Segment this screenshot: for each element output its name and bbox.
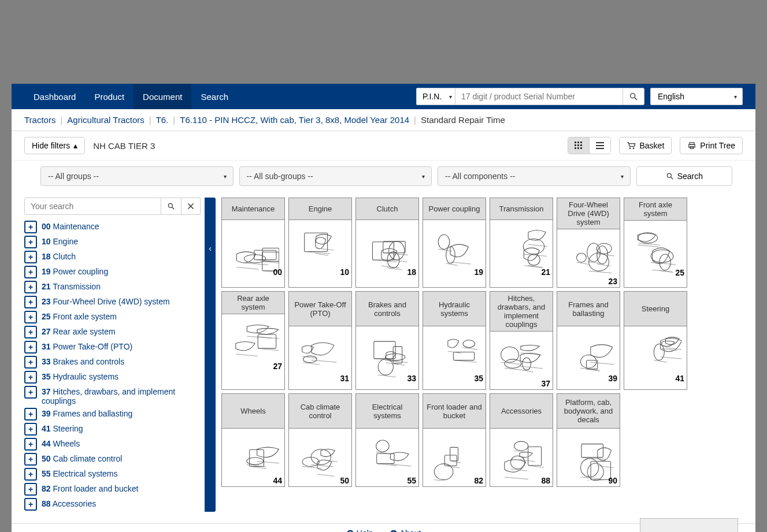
tree-item[interactable]: +44 Wheels [24, 437, 201, 452]
category-card[interactable]: Cab climate control50 [288, 393, 352, 487]
expand-icon[interactable]: + [24, 266, 37, 278]
category-card[interactable]: Platform, cab, bodywork, and decals90 [557, 393, 620, 487]
category-card[interactable]: Hydraulic systems35 [423, 291, 486, 390]
expand-icon[interactable]: + [24, 356, 37, 369]
pin-search-group: P.I.N. [416, 88, 644, 105]
category-card[interactable]: Rear axle system27 [221, 291, 285, 390]
expand-icon[interactable]: + [24, 386, 37, 399]
groups-select[interactable]: -- All groups -- [40, 166, 234, 186]
expand-icon[interactable]: + [24, 371, 37, 384]
tree-item[interactable]: +21 Transmission [24, 280, 201, 295]
category-card[interactable]: Front axle system25 [624, 198, 687, 288]
tree-item[interactable]: +88 Accessories [24, 497, 201, 512]
pin-input[interactable] [455, 88, 623, 105]
grid-view-button[interactable] [568, 137, 590, 154]
tree-item[interactable]: +39 Frames and ballasting [24, 407, 201, 422]
tree-item[interactable]: +41 Steering [24, 422, 201, 437]
tree-item[interactable]: +18 Clutch [24, 250, 201, 265]
sidebar-collapse-handle[interactable]: ‹ [205, 198, 216, 512]
tree-item[interactable]: +27 Rear axle system [24, 325, 201, 340]
subgroups-select[interactable]: -- All sub-groups -- [239, 166, 432, 186]
category-card[interactable]: Front loader and bucket82 [423, 393, 486, 487]
tree-item[interactable]: +25 Front axle system [24, 310, 201, 325]
category-card[interactable]: Power coupling19 [423, 198, 486, 288]
nav-item-search[interactable]: Search [191, 84, 238, 109]
category-card[interactable]: Electrical systems55 [355, 393, 419, 487]
tree-item[interactable]: +50 Cab climate control [24, 452, 201, 467]
category-card[interactable]: Frames and ballasting39 [557, 291, 620, 390]
expand-icon[interactable]: + [24, 236, 37, 248]
expand-icon[interactable]: + [24, 281, 37, 293]
expand-icon[interactable]: + [24, 326, 37, 338]
category-card[interactable]: Power Take-Off (PTO)31 [288, 291, 352, 390]
hide-filters-button[interactable]: Hide filters ▴ [24, 137, 85, 154]
tree-item[interactable]: +00 Maintenance [24, 220, 201, 235]
pin-type-select[interactable]: P.I.N. [416, 88, 455, 105]
expand-icon[interactable]: + [24, 498, 37, 511]
footer-widget[interactable] [640, 518, 738, 532]
expand-icon[interactable]: + [24, 453, 37, 466]
svg-rect-139 [528, 447, 542, 465]
about-link[interactable]: i About [390, 529, 421, 532]
sidebar-search-input[interactable] [24, 198, 161, 215]
category-card[interactable]: Accessories88 [490, 393, 553, 487]
category-card[interactable]: Maintenance00 [221, 198, 285, 288]
expand-icon[interactable]: + [24, 408, 37, 421]
breadcrumb-link[interactable]: Tractors [24, 115, 55, 125]
tree-item[interactable]: +55 Electrical systems [24, 467, 201, 482]
sidebar-clear-button[interactable] [181, 198, 201, 215]
svg-line-80 [236, 354, 258, 356]
expand-icon[interactable]: + [24, 483, 37, 496]
tree-item[interactable]: +82 Front loader and bucket [24, 482, 201, 497]
category-card[interactable]: Wheels44 [221, 393, 285, 487]
card-number: 19 [474, 267, 483, 277]
expand-icon[interactable]: + [24, 438, 37, 451]
category-card[interactable]: Brakes and controls33 [355, 291, 419, 390]
expand-icon[interactable]: + [24, 251, 37, 263]
language-select[interactable]: English [650, 88, 743, 105]
basket-button[interactable]: Basket [619, 137, 672, 154]
tree-item[interactable]: +33 Brakes and controls [24, 355, 201, 370]
category-card[interactable]: Transmission21 [490, 198, 553, 288]
expand-icon[interactable]: + [24, 296, 37, 308]
card-number: 25 [675, 268, 684, 277]
list-view-button[interactable] [590, 137, 610, 154]
svg-line-107 [591, 362, 614, 364]
search-button[interactable]: Search [636, 166, 732, 186]
nav-item-product[interactable]: Product [85, 84, 134, 109]
card-image: 21 [490, 220, 553, 278]
expand-icon[interactable]: + [24, 311, 37, 323]
category-card[interactable]: Engine10 [288, 198, 352, 288]
diagram-thumbnail [227, 226, 279, 272]
diagram-thumbnail [227, 320, 279, 366]
breadcrumb-link[interactable]: T6. [156, 115, 169, 125]
svg-line-75 [638, 243, 660, 245]
diagram-thumbnail [562, 332, 614, 378]
pin-search-button[interactable] [623, 88, 644, 105]
print-tree-button[interactable]: Print Tree [680, 137, 743, 154]
tree-item[interactable]: +23 Four-Wheel Drive (4WD) system [24, 295, 201, 310]
tree-item[interactable]: +37 Hitches, drawbars, and implement cou… [24, 385, 201, 407]
category-card[interactable]: Hitches, drawbars, and implement couplin… [490, 291, 553, 390]
category-card[interactable]: Steering41 [624, 291, 687, 390]
svg-point-62 [577, 253, 587, 262]
category-card[interactable]: Four-Wheel Drive (4WD) system23 [557, 198, 620, 288]
expand-icon[interactable]: + [24, 341, 37, 354]
help-link[interactable]: ? Help [346, 529, 373, 532]
svg-line-68 [638, 245, 658, 247]
nav-item-dashboard[interactable]: Dashboard [24, 84, 85, 109]
expand-icon[interactable]: + [24, 221, 37, 233]
tree-item[interactable]: +19 Power coupling [24, 265, 201, 280]
expand-icon[interactable]: + [24, 423, 37, 436]
sidebar-search-button[interactable] [161, 198, 181, 215]
tree-item[interactable]: +35 Hydraulic systems [24, 370, 201, 385]
breadcrumb-link[interactable]: T6.110 - PIN HCCZ, With cab, Tier 3, 8x8… [180, 115, 409, 125]
nav-item-document[interactable]: Document [134, 84, 191, 109]
breadcrumb-link[interactable]: Agricultural Tractors [67, 115, 144, 125]
tree-item[interactable]: +31 Power Take-Off (PTO) [24, 340, 201, 355]
svg-line-87 [385, 360, 407, 363]
tree-item[interactable]: +10 Engine [24, 235, 201, 250]
expand-icon[interactable]: + [24, 468, 37, 481]
category-card[interactable]: Clutch18 [355, 198, 419, 288]
components-select[interactable]: -- All components -- [438, 166, 631, 186]
